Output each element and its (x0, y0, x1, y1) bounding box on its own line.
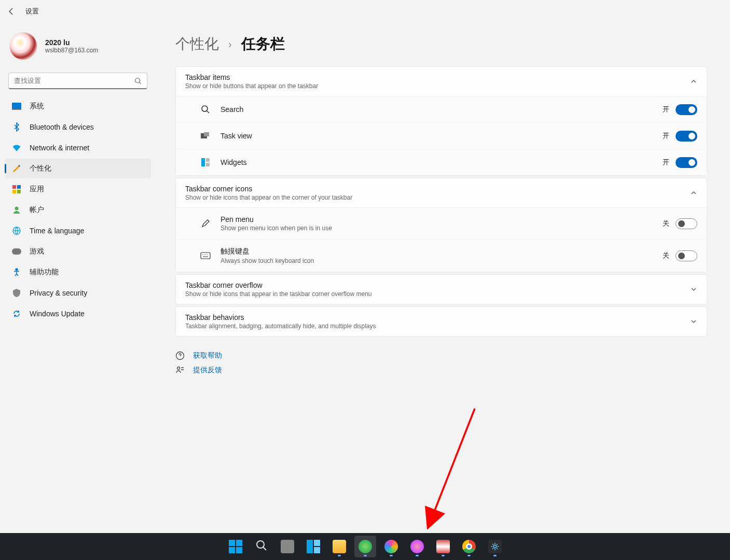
search-box[interactable] (8, 73, 147, 89)
taskbar-app-4[interactable] (432, 536, 454, 557)
link-feedback[interactable]: 提供反馈 (175, 366, 707, 375)
main: 个性化 › 任务栏 Taskbar items Show or hide but… (156, 23, 730, 533)
svg-point-7 (15, 207, 19, 211)
avatar (9, 32, 37, 60)
svg-rect-27 (314, 540, 320, 546)
nav-list: 系统 Bluetooth & devices Network & interne… (3, 96, 153, 324)
svg-rect-28 (314, 547, 320, 553)
sidebar-item-label: Privacy & security (30, 289, 87, 297)
sidebar-item-label: Network & internet (30, 144, 89, 152)
sidebar-item-apps[interactable]: 应用 (5, 179, 151, 199)
taskbar-app-2[interactable] (380, 536, 402, 557)
toggle-taskview[interactable] (676, 131, 697, 142)
breadcrumb-parent[interactable]: 个性化 (175, 34, 219, 54)
svg-rect-9 (12, 248, 21, 255)
profile-block[interactable]: 2020 lu wslbb87@163.com (3, 28, 153, 68)
sidebar-item-accounts[interactable]: 帐户 (5, 200, 151, 220)
taskbar-app-1[interactable] (354, 536, 376, 557)
taskbar-start-button[interactable] (225, 536, 246, 557)
section-header-taskbar-items[interactable]: Taskbar items Show or hide buttons that … (176, 67, 707, 96)
svg-rect-1 (12, 103, 21, 109)
section-taskbar-items: Taskbar items Show or hide buttons that … (175, 66, 707, 176)
app-icon (436, 540, 450, 553)
toggle-state: 开 (663, 105, 669, 114)
footer-links: 获取帮助 提供反馈 (175, 351, 707, 375)
svg-rect-2 (12, 109, 21, 110)
paintbrush-icon (12, 164, 21, 173)
link-label: 提供反馈 (193, 366, 222, 375)
taskbar-search-button[interactable] (251, 536, 272, 557)
svg-point-25 (257, 541, 264, 548)
sidebar-item-label: 个性化 (30, 164, 51, 173)
system-icon (12, 102, 21, 111)
apps-icon (12, 185, 21, 194)
svg-rect-23 (229, 547, 235, 553)
row-label: 触摸键盘 (221, 247, 663, 256)
gamepad-icon (12, 247, 21, 256)
svg-point-0 (135, 78, 140, 82)
row-taskview: Task view 开 (176, 122, 707, 149)
toggle-state: 关 (663, 251, 669, 260)
toggle-state: 关 (663, 219, 669, 228)
section-header-behaviors[interactable]: Taskbar behaviors Taskbar alignment, bad… (176, 307, 707, 336)
taskbar-widgets-button[interactable] (302, 536, 324, 557)
section-sub: Show or hide buttons that appear on the … (185, 82, 318, 90)
sidebar-item-personalization[interactable]: 个性化 (5, 159, 151, 178)
sidebar-item-label: 辅助功能 (30, 268, 59, 277)
svg-rect-26 (307, 540, 313, 553)
sidebar-item-time-language[interactable]: Time & language (5, 221, 151, 241)
section-title: Taskbar corner overflow (185, 281, 372, 289)
sidebar-item-system[interactable]: 系统 (5, 96, 151, 116)
keyboard-icon (200, 250, 211, 261)
taskbar (0, 533, 730, 560)
sidebar-item-label: 帐户 (30, 205, 44, 215)
svg-rect-21 (229, 540, 235, 546)
svg-rect-13 (204, 132, 209, 136)
search-input[interactable] (14, 77, 134, 85)
shield-icon (12, 288, 21, 298)
svg-rect-22 (236, 540, 242, 546)
accessibility-icon (12, 268, 21, 277)
section-header-corner-icons[interactable]: Taskbar corner icons Show or hide icons … (176, 178, 707, 207)
taskbar-taskview-button[interactable] (277, 536, 298, 557)
sidebar-item-windows-update[interactable]: Windows Update (5, 304, 151, 324)
search-icon (256, 540, 267, 553)
toggle-widgets[interactable] (676, 157, 697, 168)
person-icon (12, 205, 21, 215)
sidebar-item-label: 应用 (30, 185, 44, 194)
toggle-search[interactable] (676, 104, 697, 115)
sidebar-item-bluetooth[interactable]: Bluetooth & devices (5, 117, 151, 137)
chevron-right-icon: › (228, 38, 232, 50)
toggle-pen[interactable] (676, 218, 697, 229)
pen-icon (200, 218, 211, 229)
section-header-overflow[interactable]: Taskbar corner overflow Show or hide ico… (176, 275, 707, 304)
svg-rect-3 (12, 185, 16, 189)
taskbar-explorer-button[interactable] (328, 536, 350, 557)
taskbar-chrome-button[interactable] (458, 536, 480, 557)
row-widgets: Widgets 开 (176, 149, 707, 175)
folder-icon (333, 540, 346, 553)
taskbar-app-3[interactable] (406, 536, 428, 557)
section-title: Taskbar corner icons (185, 185, 352, 193)
section-corner-icons: Taskbar corner icons Show or hide icons … (175, 178, 707, 272)
link-get-help[interactable]: 获取帮助 (175, 351, 707, 360)
back-button[interactable] (7, 7, 16, 16)
sidebar-item-network[interactable]: Network & internet (5, 138, 151, 158)
toggle-touch-keyboard[interactable] (676, 250, 697, 261)
svg-rect-24 (236, 547, 242, 553)
feedback-icon (175, 366, 185, 375)
search-icon (200, 104, 211, 115)
svg-rect-4 (17, 185, 21, 189)
sidebar-item-privacy[interactable]: Privacy & security (5, 283, 151, 303)
section-sub: Taskbar alignment, badging, automaticall… (185, 323, 376, 330)
toggle-state: 开 (663, 158, 669, 167)
row-sub: Show pen menu icon when pen is in use (221, 225, 663, 232)
section-title: Taskbar items (185, 73, 318, 81)
taskbar-settings-button[interactable] (484, 536, 506, 557)
sidebar-item-accessibility[interactable]: 辅助功能 (5, 262, 151, 282)
page-title: 任务栏 (241, 34, 285, 54)
sidebar-item-gaming[interactable]: 游戏 (5, 242, 151, 261)
widgets-icon (307, 540, 320, 553)
section-corner-overflow: Taskbar corner overflow Show or hide ico… (175, 274, 707, 304)
row-label: Task view (221, 132, 663, 140)
